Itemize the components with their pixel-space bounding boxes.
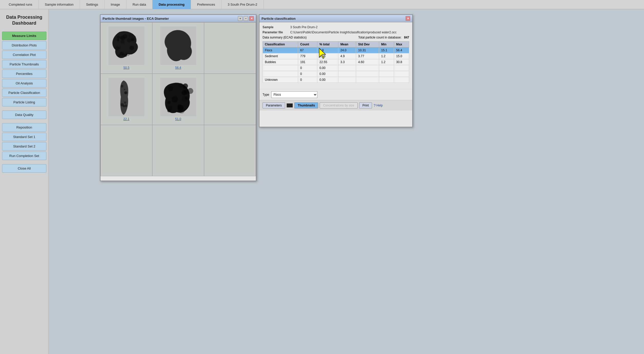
table-cell-0-5: 15.1	[379, 47, 394, 53]
data-summary-label: Data summary (ECAD statistics)	[263, 36, 307, 39]
color-swatch	[287, 103, 293, 107]
nav-sample-name[interactable]: 3 South Pre Drum-2	[222, 0, 264, 9]
table-cell-5-2: 0.00	[317, 77, 338, 83]
classification-panel-title: Particle classification	[261, 17, 296, 21]
table-cell-3-2: 0.00	[317, 65, 338, 71]
sidebar-divider-3	[2, 161, 46, 163]
thumbnail-cell-6[interactable]	[100, 125, 152, 176]
thumbnail-cell-5[interactable]	[204, 74, 256, 125]
col-header-pct-total: % total	[317, 42, 338, 47]
table-cell-3-1: 0	[298, 65, 317, 71]
concentrations-button: Concentrations by size	[320, 102, 357, 109]
classification-table: Classification Count % total Mean Std De…	[263, 41, 409, 83]
table-cell-5-4	[356, 77, 379, 83]
table-cell-5-5	[379, 77, 394, 83]
classification-footer: Parameters Thumbnails Concentrations by …	[259, 100, 412, 111]
sidebar: Data Processing Dashboard Measure Limits…	[0, 9, 49, 354]
table-cell-3-4	[356, 65, 379, 71]
table-cell-1-5: 1.2	[379, 53, 394, 59]
thumbnail-cell-4[interactable]: 51.0	[152, 74, 204, 125]
sidebar-item-particle-classification[interactable]: Particle Classification	[2, 88, 46, 97]
print-class-button[interactable]: Print	[359, 102, 372, 109]
thumbnail-cell-8[interactable]	[204, 125, 256, 176]
nav-data-processing[interactable]: Data processing	[153, 0, 191, 9]
thumbnail-panel-minimize-button[interactable]: −	[244, 16, 248, 21]
nav-sample-information[interactable]: Sample information	[39, 0, 80, 9]
sidebar-item-close-all[interactable]: Close All	[2, 164, 46, 173]
thumbnail-cell-0[interactable]: 50.5	[100, 22, 152, 74]
table-cell-3-6	[394, 65, 409, 71]
table-cell-4-5	[379, 71, 394, 77]
type-select[interactable]: Flocs Sediment Bubbles	[271, 91, 317, 98]
col-header-min: Min	[379, 42, 394, 47]
sidebar-item-data-quality[interactable]: Data Quality	[2, 111, 46, 119]
parameters-button[interactable]: Parameters	[263, 102, 285, 109]
sidebar-item-percentiles[interactable]: Percentiles	[2, 70, 46, 78]
param-file-value: C:\Users\Public\Documents\Particle Insig…	[290, 31, 397, 34]
sidebar-item-particle-listing[interactable]: Particle Listing	[2, 98, 46, 106]
table-cell-5-6	[394, 77, 409, 83]
table-cell-4-6	[394, 71, 409, 77]
thumbnail-cell-7[interactable]	[152, 125, 204, 176]
table-cell-2-5: 1.2	[379, 59, 394, 65]
sample-value: 3 South Pre Drum-2	[290, 25, 318, 29]
thumbnail-image-4	[160, 78, 196, 116]
table-cell-0-1: 67	[298, 47, 317, 53]
nav-image[interactable]: Image	[105, 0, 126, 9]
sidebar-item-standard-set-1[interactable]: Standard Set 1	[2, 133, 46, 141]
sidebar-item-correlation-plot[interactable]: Correlation Plot	[2, 51, 46, 59]
table-cell-0-0: Flocs	[263, 47, 298, 53]
thumbnail-panel: Particle thumbnail images - ECA Diameter…	[100, 14, 256, 181]
thumbnail-cell-2[interactable]	[204, 22, 256, 74]
table-cell-1-2: 91.8	[317, 53, 338, 59]
sidebar-item-run-completion-set[interactable]: Run Completion Set	[2, 152, 46, 160]
table-cell-1-0: Sediment	[263, 53, 298, 59]
sidebar-divider-2	[2, 120, 46, 122]
thumbnail-cell-3[interactable]: 22.1	[100, 74, 152, 125]
sidebar-item-particle-thumbnails[interactable]: Particle Thumbnails	[2, 60, 46, 68]
table-cell-0-4: 10.31	[356, 47, 379, 53]
sidebar-item-reposition[interactable]: Reposition	[2, 123, 46, 132]
table-cell-2-4: 4.60	[356, 59, 379, 65]
data-summary-header: Data summary (ECAD statistics) Total par…	[263, 36, 409, 39]
classification-panel-close-button[interactable]: ✕	[406, 16, 410, 21]
sidebar-divider	[2, 107, 46, 110]
thumbnail-panel-close-button[interactable]: ✕	[249, 16, 254, 21]
col-header-mean: Mean	[338, 42, 356, 47]
table-cell-5-3	[338, 77, 356, 83]
sidebar-item-standard-set-2[interactable]: Standard Set 2	[2, 142, 46, 151]
thumbnail-panel-add-button[interactable]: +	[238, 16, 243, 21]
help-button[interactable]: ? Help	[374, 103, 383, 107]
classification-content: Sample 3 South Pre Drum-2 Parameter file…	[259, 22, 412, 89]
nav-settings[interactable]: Settings	[80, 0, 105, 9]
thumbnail-grid: 50.5 56.4 22.1 51.0	[100, 22, 256, 161]
nav-run-data[interactable]: Run data	[126, 0, 153, 9]
table-cell-1-1: 779	[298, 53, 317, 59]
question-mark-icon: ?	[374, 103, 376, 107]
table-cell-4-2: 0.00	[317, 71, 338, 77]
sidebar-item-measure-limits[interactable]: Measure Limits	[2, 32, 46, 40]
table-cell-1-6: 15.0	[394, 53, 409, 59]
thumbnail-panel-title: Particle thumbnail images - ECA Diameter	[103, 17, 169, 21]
table-cell-0-2: 7.9	[317, 47, 338, 53]
sample-label: Sample	[263, 25, 288, 29]
table-cell-3-3	[338, 65, 356, 71]
nav-completed-runs[interactable]: Completed runs	[3, 0, 39, 9]
thumbnail-panel-buttons: + − ✕	[238, 16, 254, 21]
table-cell-0-6: 56.4	[394, 47, 409, 53]
table-cell-4-1: 0	[298, 71, 317, 77]
thumbnail-cell-1[interactable]: 56.4	[152, 22, 204, 74]
table-cell-2-2: 22.55	[317, 59, 338, 65]
table-cell-5-1: 0	[298, 77, 317, 83]
thumbnail-label-4: 51.0	[175, 117, 181, 121]
total-count-value: 847	[404, 36, 409, 39]
table-cell-1-4: 3.77	[356, 53, 379, 59]
nav-preferences[interactable]: Preferences	[191, 0, 222, 9]
help-label: Help	[376, 104, 383, 107]
param-file-label: Parameter file	[263, 31, 288, 34]
sidebar-item-oil-analysis[interactable]: Oil Analysis	[2, 79, 46, 87]
col-header-count: Count	[298, 42, 317, 47]
sidebar-item-distribution-plots[interactable]: Distribution Plots	[2, 41, 46, 50]
thumbnails-button[interactable]: Thumbnails	[294, 102, 318, 109]
table-cell-4-3	[338, 71, 356, 77]
